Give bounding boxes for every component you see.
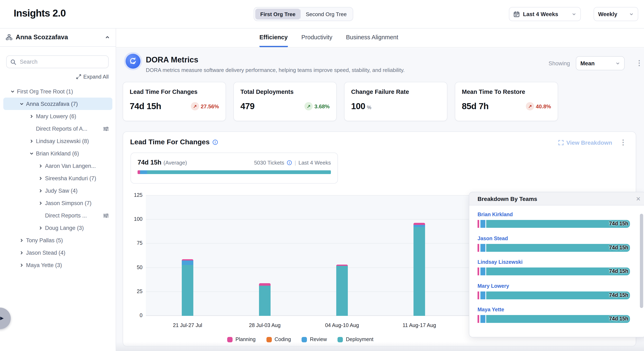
breakdown-team-link[interactable]: Maya Yette [478, 307, 504, 312]
breakdown-team-link[interactable]: Lindsay Liszewski [478, 259, 522, 265]
date-range-value: Last 4 Weeks [523, 11, 558, 17]
breakdown-team-link[interactable]: Brian Kirkland [478, 212, 513, 217]
breakdown-team-value: 74d 15h [609, 316, 628, 322]
average-qualifier: (Average) [164, 160, 187, 166]
breakdown-panel-header: Breakdown By Teams ✕ [469, 192, 644, 205]
tree-item-doug-lange-3[interactable]: Doug Lange (3) [3, 222, 112, 234]
tree-item-anna-scozzafava-7[interactable]: Anna Scozzafava (7) [3, 98, 112, 110]
chevron-right-icon[interactable] [37, 188, 44, 193]
chart-bar-28-jul-03-aug[interactable] [259, 283, 270, 316]
chevron-right-icon[interactable] [37, 225, 44, 230]
avg-bar-segment-deployment [147, 170, 331, 174]
tree-item-brian-kirkland-6[interactable]: Brian Kirkland (6) [3, 147, 112, 160]
tree-item-jason-stead-4[interactable]: Jason Stead (4) [3, 246, 112, 259]
sidebar-collapse-chevron-up-icon[interactable] [105, 35, 110, 40]
x-tick-label: 21 Jul-27 Jul [161, 322, 214, 328]
avg-bar-segment-review [140, 170, 147, 174]
y-tick-label: 0 [126, 312, 142, 318]
tree-item-direct-reports[interactable]: Direct Reports ... [3, 209, 112, 222]
bar-segment-planning [478, 267, 479, 275]
tree-item-label: Jason Simpson (7) [45, 200, 92, 206]
tree-item-jason-simpson-7[interactable]: Jason Simpson (7) [3, 197, 112, 209]
toggle-second-org-tree[interactable]: Second Org Tree [301, 9, 352, 20]
average-value: 74d 15h [138, 159, 161, 166]
granularity-select[interactable]: Weekly [594, 7, 638, 21]
metric-card-unit: % [367, 105, 371, 110]
chart-bar-04-aug-10-aug[interactable] [336, 265, 348, 316]
search-input[interactable] [19, 58, 104, 65]
chevron-right-icon[interactable] [37, 201, 44, 205]
tree-item-label: Mary Lowery (6) [36, 113, 76, 119]
tree-item-mary-lowery-6[interactable]: Mary Lowery (6) [3, 110, 112, 122]
tree-item-judy-saw-4[interactable]: Judy Saw (4) [3, 184, 112, 197]
chevron-down-icon[interactable] [18, 102, 25, 106]
chevron-right-icon[interactable] [28, 139, 35, 143]
tree-item-label: Lindsay Liszewski (8) [36, 138, 89, 144]
chevron-down-icon[interactable] [9, 89, 16, 94]
breakdown-team-link[interactable]: Mary Lowery [478, 283, 509, 289]
tree-item-direct-reports-of-a[interactable]: Direct Reports of A... [3, 122, 112, 135]
tab-business-alignment[interactable]: Business Alignment [346, 34, 398, 47]
tree-item-aaron-van-langen[interactable]: Aaron Van Langen... [3, 160, 112, 172]
tree-item-first-org-tree-root-1[interactable]: First Org Tree Root (1) [3, 85, 112, 98]
chevron-down-icon[interactable] [28, 151, 35, 156]
avg-bar-segment-planning [138, 170, 140, 174]
y-tick-label: 25 [126, 288, 142, 294]
showing-select[interactable]: Mean [576, 56, 624, 70]
chevron-right-icon[interactable] [28, 114, 35, 118]
tree-item-lindsay-liszewski-8[interactable]: Lindsay Liszewski (8) [3, 135, 112, 147]
date-range-select[interactable]: Last 4 Weeks [509, 7, 581, 21]
breakdown-title: Breakdown By Teams [478, 195, 537, 202]
chevron-right-icon[interactable] [18, 238, 25, 242]
breakdown-team-link[interactable]: Jason Stead [478, 235, 508, 241]
bar-segment-deployment [486, 220, 630, 228]
bar-segment-planning [478, 244, 479, 252]
tree-item-tony-pallas-5[interactable]: Tony Pallas (5) [3, 234, 112, 246]
info-icon[interactable] [287, 160, 292, 165]
lead-time-kebab-menu-icon[interactable]: ⋮ [620, 139, 627, 146]
info-icon[interactable] [212, 139, 218, 145]
tab-productivity[interactable]: Productivity [301, 34, 332, 47]
tree-item-label: Aaron Van Langen... [45, 163, 96, 169]
org-tree-toggle: First Org Tree Second Org Tree [254, 7, 354, 21]
metric-card-value: 100 [351, 101, 365, 111]
bar-segment-review [480, 267, 486, 275]
bar-segment-deployment [182, 265, 193, 316]
tree-item-label: Direct Reports ... [45, 212, 87, 218]
sidebar-search [6, 55, 109, 68]
filter-sliders-icon[interactable] [103, 213, 109, 218]
close-icon[interactable]: ✕ [636, 195, 641, 202]
sidebar-header: Anna Scozzafava [0, 28, 116, 47]
dora-kebab-menu-icon[interactable]: ⋮ [636, 60, 643, 67]
tree-item-maya-yette-3[interactable]: Maya Yette (3) [3, 259, 112, 271]
metric-card-value: 479 [240, 101, 254, 111]
tree-item-label: Direct Reports of A... [36, 126, 87, 132]
y-tick-label: 125 [126, 192, 142, 198]
chevron-right-icon[interactable] [18, 250, 25, 255]
chevron-right-icon[interactable] [18, 263, 25, 267]
bar-segment-deployment [336, 266, 348, 316]
chevron-right-icon[interactable] [37, 176, 44, 180]
toggle-first-org-tree[interactable]: First Org Tree [255, 9, 300, 20]
legend-label: Coding [274, 336, 291, 342]
chevron-right-icon[interactable] [37, 164, 44, 168]
tab-efficiency[interactable]: Efficiency [260, 34, 288, 47]
breakdown-scrollbar-thumb[interactable] [640, 214, 643, 308]
bar-segment-deployment [486, 267, 630, 275]
expand-all-icon [76, 74, 81, 79]
bar-segment-review [480, 291, 486, 299]
legend-item-review: Review [302, 336, 327, 342]
legend-swatch-coding [266, 337, 272, 342]
tree-item-sireesha-kunduri-7[interactable]: Sireesha Kunduri (7) [3, 172, 112, 184]
breakdown-team-bar: 74d 15h [478, 291, 630, 299]
separator: | [294, 160, 296, 166]
tree-item-label: Brian Kirkland (6) [36, 150, 79, 156]
bar-segment-review [182, 260, 193, 265]
expand-all-button[interactable]: Expand All [76, 74, 109, 80]
view-breakdown-button[interactable]: View Breakdown [558, 139, 612, 146]
chart-bar-21-jul-27-jul[interactable] [182, 259, 193, 316]
chart-bar-11-aug-17-aug[interactable] [414, 223, 425, 316]
filter-sliders-icon[interactable] [103, 126, 109, 131]
bar-segment-deployment [414, 227, 425, 316]
metric-card-value: 85d 7h [462, 101, 488, 111]
